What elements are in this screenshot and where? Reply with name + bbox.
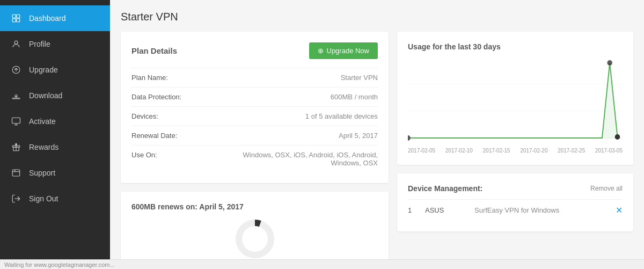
plan-details-card: Plan Details ⊕ Upgrade Now Plan Name: St… (121, 32, 389, 183)
renewal-card: 600MB renews on: April 5, 2017 (121, 192, 389, 269)
sidebar-item-label: Support (29, 169, 55, 177)
sidebar-item-label: Download (29, 91, 62, 100)
chart-label: 2017-02-05 (408, 148, 435, 154)
logout-icon (11, 193, 21, 204)
device-management-title: Device Management: (408, 184, 482, 193)
right-column: Usage for the last 30 days (397, 32, 633, 269)
grid-icon (11, 13, 21, 24)
chart-area: 2017-02-05 2017-02-10 2017-02-15 2017-02… (408, 57, 623, 154)
plan-details-title: Plan Details (131, 46, 177, 55)
donut-chart (131, 217, 378, 260)
data-protection-value: 600MB / month (331, 93, 378, 101)
sidebar-item-label: Rewards (29, 143, 58, 151)
devices-value: 1 of 5 available devices (305, 112, 378, 120)
status-text: Waiting for www.googletagmanager.com... (4, 261, 115, 268)
monitor-icon (11, 116, 21, 127)
device-remove-button[interactable]: ✕ (616, 205, 623, 215)
svg-marker-22 (408, 63, 623, 138)
sidebar-item-signout[interactable]: Sign Out (0, 186, 110, 212)
upgrade-icon: ⊕ (318, 47, 324, 55)
sidebar-item-label: Upgrade (29, 66, 58, 74)
sidebar-item-label: Activate (29, 117, 56, 126)
status-bar: Waiting for www.googletagmanager.com... (0, 259, 644, 269)
remove-all-link[interactable]: Remove all (590, 185, 623, 192)
svg-rect-3 (17, 19, 20, 22)
left-column: Plan Details ⊕ Upgrade Now Plan Name: St… (121, 32, 389, 269)
svg-rect-7 (12, 98, 20, 99)
svg-point-25 (607, 60, 612, 66)
svg-point-17 (239, 223, 271, 255)
svg-rect-8 (12, 118, 20, 123)
sidebar-item-rewards[interactable]: Rewards (0, 134, 110, 160)
svg-rect-1 (17, 14, 20, 18)
plan-name-label: Plan Name: (131, 74, 168, 82)
device-management-card: Device Management: Remove all 1 ASUS Sur… (397, 173, 633, 231)
plan-row-renewal: Renewal Date: April 5, 2017 (131, 126, 378, 145)
data-protection-label: Data Protection: (131, 93, 181, 101)
plan-row-name: Plan Name: Starter VPN (131, 68, 378, 87)
device-header: Device Management: Remove all (408, 184, 623, 193)
device-row: 1 ASUS SurfEasy VPN for Windows ✕ (408, 199, 623, 221)
sidebar-item-dashboard[interactable]: Dashboard (0, 5, 110, 31)
chart-label: 2017-02-20 (520, 148, 547, 154)
sidebar-item-label: Profile (29, 40, 50, 48)
plan-row-protection: Data Protection: 600MB / month (131, 87, 378, 106)
svg-rect-0 (12, 14, 16, 18)
svg-point-24 (615, 134, 620, 140)
svg-rect-13 (12, 170, 20, 176)
help-icon (11, 168, 21, 178)
content-grid: Plan Details ⊕ Upgrade Now Plan Name: St… (121, 32, 633, 269)
svg-point-4 (14, 41, 18, 44)
use-on-label: Use On: (131, 151, 157, 159)
renewal-date-value: April 5, 2017 (339, 132, 378, 140)
gift-icon (11, 142, 21, 152)
sidebar-item-profile[interactable]: Profile (0, 31, 110, 57)
device-app: SurfEasy VPN for Windows (474, 206, 609, 214)
sidebar-item-support[interactable]: Support (0, 160, 110, 186)
download-icon (11, 90, 21, 101)
user-icon (11, 39, 21, 49)
sidebar-item-label: Dashboard (29, 14, 66, 23)
plan-header: Plan Details ⊕ Upgrade Now (131, 42, 378, 59)
sidebar: Dashboard Profile Upgrade Download Activ… (0, 0, 110, 269)
plan-row-devices: Devices: 1 of 5 available devices (131, 106, 378, 126)
sidebar-item-upgrade[interactable]: Upgrade (0, 57, 110, 83)
svg-point-23 (408, 135, 411, 141)
upgrade-button[interactable]: ⊕ Upgrade Now (309, 42, 378, 59)
renewal-title: 600MB renews on: April 5, 2017 (131, 202, 378, 211)
chart-label: 2017-02-25 (558, 148, 585, 154)
use-on-value: Windows, OSX, iOS, Android, iOS, Android… (230, 151, 378, 167)
device-number: 1 (408, 206, 419, 214)
svg-rect-2 (12, 19, 16, 22)
chart-labels: 2017-02-05 2017-02-10 2017-02-15 2017-02… (408, 148, 623, 154)
chart-label: 2017-02-15 (483, 148, 510, 154)
usage-chart-card: Usage for the last 30 days (397, 32, 633, 165)
sidebar-item-activate[interactable]: Activate (0, 108, 110, 134)
renewal-date-label: Renewal Date: (131, 132, 177, 140)
sidebar-item-download[interactable]: Download (0, 83, 110, 108)
page-title: Starter VPN (121, 11, 633, 23)
devices-label: Devices: (131, 112, 158, 120)
plan-row-use-on: Use On: Windows, OSX, iOS, Android, iOS,… (131, 145, 378, 172)
upload-icon (11, 64, 21, 75)
plan-name-value: Starter VPN (341, 74, 378, 82)
chart-label: 2017-03-05 (595, 148, 623, 154)
main-content: Starter VPN Plan Details ⊕ Upgrade Now P… (110, 0, 644, 269)
usage-chart-title: Usage for the last 30 days (408, 42, 623, 51)
sidebar-item-label: Sign Out (29, 194, 58, 203)
chart-label: 2017-02-10 (445, 148, 473, 154)
device-name: ASUS (425, 206, 468, 214)
